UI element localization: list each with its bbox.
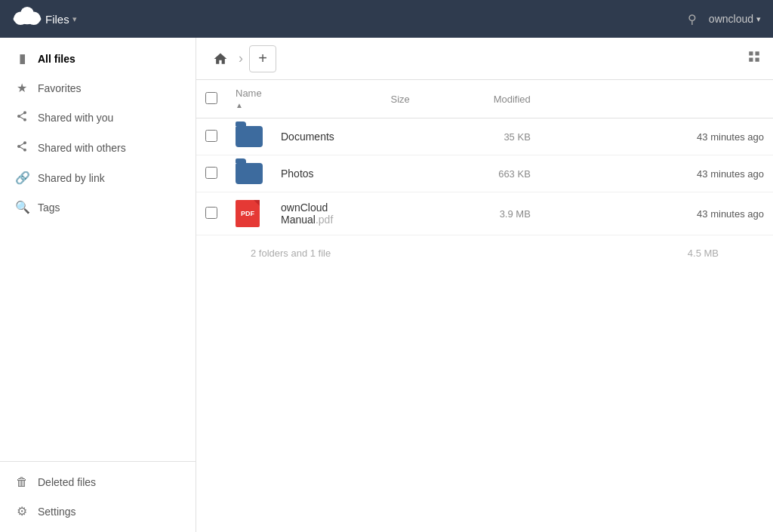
file-name: ownCloud Manual.pdf	[281, 201, 333, 226]
file-table: Name ▲ Size Modified Documents•••35 KB43…	[196, 80, 773, 235]
star-icon: ★	[15, 81, 29, 95]
row-check-cell	[196, 155, 226, 192]
file-icon-cell: PDF	[226, 192, 272, 235]
more-action-icon[interactable]: •••	[369, 168, 379, 179]
toolbar: › +	[196, 38, 773, 80]
tag-icon: 🔍	[15, 200, 29, 214]
share-action-icon[interactable]	[353, 168, 363, 180]
header-left: Files ▾	[12, 5, 77, 32]
svg-point-3	[20, 7, 34, 20]
table-row: PDFownCloud Manual.pdf•••3.9 MB43 minute…	[196, 192, 773, 235]
home-button[interactable]	[208, 47, 233, 71]
share-action-icon[interactable]	[353, 131, 363, 143]
sidebar: ▮ All files ★ Favorites Shared with you …	[0, 38, 196, 532]
sidebar-item-label: Deleted files	[38, 476, 96, 488]
app-logo	[12, 5, 39, 32]
share-action-icon[interactable]	[353, 208, 363, 220]
row-check-cell	[196, 118, 226, 155]
new-file-button[interactable]: +	[249, 45, 276, 72]
file-list: Name ▲ Size Modified Documents•••35 KB43…	[196, 80, 773, 532]
main-content: › + Name ▲	[196, 38, 773, 532]
more-action-icon[interactable]: •••	[369, 208, 379, 219]
gear-icon: ⚙	[15, 504, 29, 518]
sidebar-item-label: Shared with others	[38, 142, 126, 154]
summary-total-size: 4.5 MB	[688, 248, 719, 259]
sidebar-item-label: Shared by link	[38, 172, 105, 184]
user-name: owncloud	[709, 13, 753, 25]
size-col-label: Size	[391, 94, 410, 105]
sort-asc-icon: ▲	[236, 101, 243, 109]
sidebar-item-label: Favorites	[38, 82, 82, 94]
folder-icon	[236, 163, 263, 184]
app-header: Files ▾ ⚲ owncloud ▾	[0, 0, 773, 38]
share-icon	[15, 110, 29, 125]
sidebar-item-tags[interactable]: 🔍 Tags	[0, 192, 196, 222]
modified-col-label: Modified	[494, 94, 531, 105]
file-modified-cell: 43 minutes ago	[540, 155, 773, 192]
file-modified-cell: 43 minutes ago	[540, 192, 773, 235]
action-cell: •••	[343, 192, 419, 235]
user-menu[interactable]: owncloud ▾	[709, 13, 761, 25]
sidebar-item-settings[interactable]: ⚙ Settings	[0, 497, 196, 526]
sidebar-item-deleted-files[interactable]: 🗑 Deleted files	[0, 468, 196, 497]
files-menu[interactable]: Files ▾	[45, 13, 77, 26]
select-all-checkbox[interactable]	[205, 92, 217, 104]
file-name-cell[interactable]: Documents	[272, 118, 343, 155]
header-right: ⚲ owncloud ▾	[688, 12, 761, 26]
sidebar-item-shared-by-link[interactable]: 🔗 Shared by link	[0, 163, 196, 192]
toolbar-right	[747, 50, 761, 67]
folder-icon	[236, 126, 263, 147]
file-size-cell: 35 KB	[419, 118, 540, 155]
sidebar-item-all-files[interactable]: ▮ All files	[0, 44, 196, 73]
action-cell: •••	[343, 155, 419, 192]
row-checkbox[interactable]	[205, 130, 217, 142]
row-checkbox[interactable]	[205, 167, 217, 179]
file-modified-cell: 43 minutes ago	[540, 118, 773, 155]
files-dropdown-arrow: ▾	[72, 14, 77, 24]
file-name-cell[interactable]: ownCloud Manual.pdf	[272, 192, 343, 235]
folder-solid-icon: ▮	[15, 51, 29, 66]
sidebar-item-label: Tags	[38, 201, 60, 214]
breadcrumb-separator: ›	[239, 51, 243, 66]
file-icon-cell	[226, 155, 272, 192]
more-action-icon[interactable]: •••	[369, 131, 379, 142]
sidebar-item-shared-with-you[interactable]: Shared with you	[0, 103, 196, 133]
file-name: Documents	[281, 131, 334, 143]
file-ext: .pdf	[316, 214, 333, 226]
action-cell: •••	[343, 118, 419, 155]
sidebar-item-label: Shared with you	[38, 112, 113, 124]
sidebar-item-shared-with-others[interactable]: Shared with others	[0, 133, 196, 163]
files-label: Files	[45, 13, 69, 26]
sidebar-bottom-nav: 🗑 Deleted files ⚙ Settings	[0, 461, 196, 532]
file-name: Photos	[281, 168, 314, 180]
search-icon[interactable]: ⚲	[688, 12, 697, 26]
file-name-cell[interactable]: Photos	[272, 155, 343, 192]
main-layout: ▮ All files ★ Favorites Shared with you …	[0, 38, 773, 532]
file-icon-cell	[226, 118, 272, 155]
col-header-check	[196, 80, 226, 118]
trash-icon: 🗑	[15, 475, 29, 489]
name-col-label: Name	[236, 88, 262, 99]
pdf-icon: PDF	[236, 200, 260, 227]
link-icon: 🔗	[15, 171, 29, 185]
sidebar-item-label: All files	[38, 53, 75, 65]
share-out-icon	[15, 140, 29, 155]
row-checkbox[interactable]	[205, 207, 217, 219]
sidebar-item-label: Settings	[38, 506, 76, 518]
table-row: Photos•••663 KB43 minutes ago	[196, 155, 773, 192]
sidebar-item-favorites[interactable]: ★ Favorites	[0, 73, 196, 103]
row-check-cell	[196, 192, 226, 235]
file-size-cell: 663 KB	[419, 155, 540, 192]
file-summary: 2 folders and 1 file 4.5 MB	[196, 235, 773, 271]
file-size-cell: 3.9 MB	[419, 192, 540, 235]
grid-view-icon[interactable]	[747, 51, 761, 66]
col-header-name[interactable]: Name ▲	[226, 80, 272, 118]
col-header-size[interactable]: Size	[343, 80, 419, 118]
sidebar-main-nav: ▮ All files ★ Favorites Shared with you …	[0, 44, 196, 461]
col-header-modified[interactable]: Modified	[419, 80, 540, 118]
table-row: Documents•••35 KB43 minutes ago	[196, 118, 773, 155]
summary-text: 2 folders and 1 file	[251, 248, 331, 259]
col-header-actions	[272, 80, 343, 118]
user-menu-arrow: ▾	[756, 14, 761, 24]
